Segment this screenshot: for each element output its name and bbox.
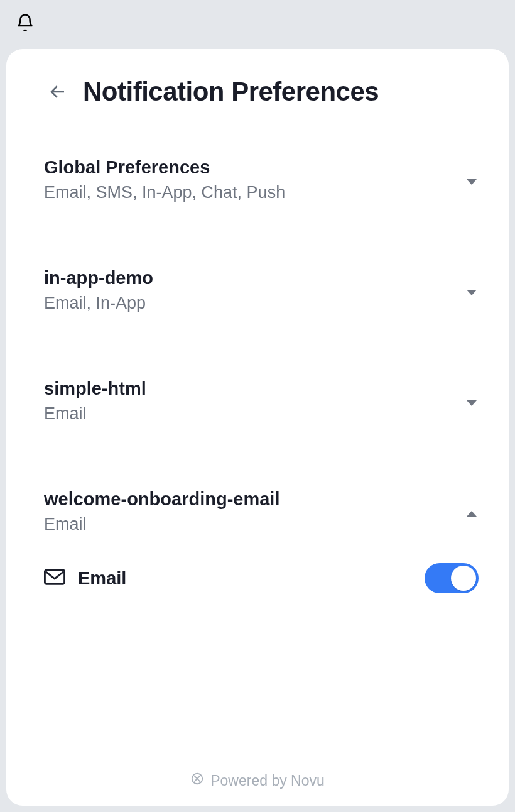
- preference-channels: Email: [44, 404, 146, 424]
- toggle-knob: [451, 566, 476, 591]
- preference-text: in-app-demo Email, In-App: [44, 268, 153, 313]
- svg-marker-1: [467, 179, 477, 185]
- preference-text: welcome-onboarding-email Email: [44, 489, 279, 534]
- preference-channels: Email: [44, 515, 279, 534]
- caret-down-icon: [465, 175, 479, 189]
- mail-icon: [44, 568, 65, 588]
- svg-marker-2: [467, 290, 477, 295]
- preference-row-in-app-demo[interactable]: in-app-demo Email, In-App: [44, 268, 479, 313]
- caret-down-icon: [465, 285, 479, 299]
- preference-row-simple-html[interactable]: simple-html Email: [44, 378, 479, 424]
- footer: Powered by Novu: [6, 755, 509, 806]
- back-button[interactable]: [46, 80, 69, 103]
- svg-rect-5: [45, 570, 64, 584]
- channel-row-email: Email: [44, 552, 479, 593]
- preference-row-welcome-onboarding[interactable]: welcome-onboarding-email Email: [44, 489, 479, 534]
- preference-title: welcome-onboarding-email: [44, 489, 279, 510]
- caret-down-icon: [465, 396, 479, 410]
- preference-title: Global Preferences: [44, 157, 285, 178]
- page-title: Notification Preferences: [83, 77, 379, 107]
- preference-title: simple-html: [44, 378, 146, 399]
- caret-up-icon: [465, 507, 479, 520]
- bell-icon[interactable]: [14, 11, 36, 34]
- preferences-list: Global Preferences Email, SMS, In-App, C…: [6, 113, 509, 755]
- svg-marker-3: [467, 400, 477, 406]
- preference-channels: Email, In-App: [44, 294, 153, 313]
- preference-text: simple-html Email: [44, 378, 146, 424]
- novu-logo-icon: [190, 772, 204, 789]
- footer-text: Powered by Novu: [210, 772, 325, 789]
- svg-marker-4: [467, 511, 477, 517]
- panel-header: Notification Preferences: [6, 49, 509, 113]
- preferences-panel: Notification Preferences Global Preferen…: [6, 49, 509, 806]
- preference-title: in-app-demo: [44, 268, 153, 288]
- channel-label: Email: [78, 568, 126, 589]
- preference-row-global[interactable]: Global Preferences Email, SMS, In-App, C…: [44, 157, 479, 202]
- preference-channels: Email, SMS, In-App, Chat, Push: [44, 183, 285, 202]
- preference-text: Global Preferences Email, SMS, In-App, C…: [44, 157, 285, 202]
- email-toggle[interactable]: [425, 563, 479, 593]
